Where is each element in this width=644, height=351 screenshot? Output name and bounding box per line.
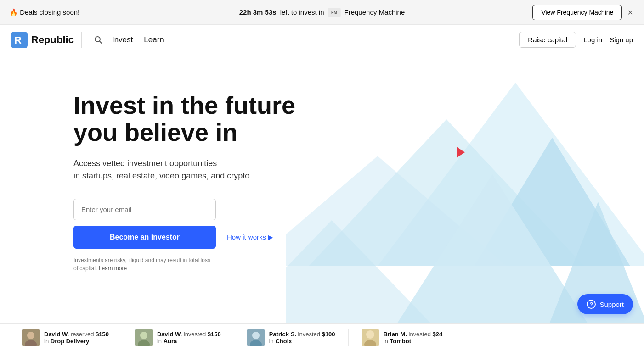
ticker-item-4: Brian M. invested $24 in Tombot: [349, 329, 456, 346]
red-flag-icon: [457, 147, 465, 158]
svg-marker-8: [387, 174, 598, 330]
raise-capital-button[interactable]: Raise capital: [519, 32, 576, 48]
hero-headline-line2: you believe in: [73, 118, 237, 146]
search-button[interactable]: [91, 33, 106, 47]
cta-row: Become an investor How it works ▶: [73, 226, 340, 249]
nav-right: Raise capital Log in Sign up: [519, 32, 633, 48]
ticker-text-2: David W. invested $150 in Aura: [157, 331, 221, 345]
svg-point-12: [27, 332, 34, 339]
svg-marker-6: [474, 138, 630, 266]
ticker-avatar-4: [362, 329, 379, 346]
hero-text-block: Invest in the future you believe in Acce…: [73, 92, 340, 273]
republic-logo[interactable]: R Republic: [11, 32, 82, 48]
fm-logo-small: FM: [328, 8, 341, 17]
countdown-timer: 22h 3m 53s: [239, 8, 277, 16]
support-question-icon: ?: [587, 300, 596, 309]
svg-marker-4: [378, 83, 644, 266]
banner-close-button[interactable]: ×: [627, 8, 633, 17]
banner-deals-text: 🔥 Deals closing soon!: [9, 8, 79, 17]
nav-learn-link[interactable]: Learn: [139, 33, 168, 47]
nav-left: R Republic Invest Learn: [11, 32, 169, 48]
login-button[interactable]: Log in: [583, 36, 602, 44]
banner-center: 22h 3m 53s left to invest in FM Frequenc…: [239, 8, 405, 17]
hero-section: Invest in the future you believe in Acce…: [0, 55, 644, 330]
hero-headline-line1: Invest in the future: [73, 91, 295, 119]
activity-ticker: David W. reserved $150 in Drop Delivery …: [0, 323, 644, 351]
svg-text:R: R: [14, 34, 22, 46]
fire-emoji: 🔥 Deals closing soon!: [9, 8, 79, 17]
signup-button[interactable]: Sign up: [610, 36, 633, 44]
search-icon: [94, 35, 103, 45]
nav-links: Invest Learn: [91, 33, 169, 47]
svg-line-3: [100, 41, 102, 44]
hero-subtitle: Access vetted investment opportunities i…: [73, 157, 340, 182]
ticker-avatar-2: [135, 329, 153, 346]
hero-headline: Invest in the future you believe in: [73, 92, 340, 146]
svg-point-21: [366, 330, 374, 339]
disclaimer-text: Investments are risky, illiquid and may …: [73, 256, 216, 273]
learn-more-link[interactable]: Learn more: [99, 265, 127, 272]
how-it-works-text: How it works: [227, 233, 266, 241]
svg-point-15: [140, 332, 147, 339]
nav-invest-link[interactable]: Invest: [107, 33, 137, 47]
how-it-works-arrow: ▶: [268, 233, 273, 241]
view-frequency-machine-button[interactable]: View Frequency Machine: [532, 5, 622, 20]
svg-marker-5: [309, 119, 584, 266]
ticker-text-3: Patrick S. invested $100 in Choix: [269, 331, 335, 345]
hero-subtitle-line1: Access vetted investment opportunities: [73, 159, 217, 168]
ticker-text-1: David W. reserved $150 in Drop Delivery: [44, 331, 109, 345]
support-button[interactable]: ? Support: [577, 294, 633, 314]
left-to-invest-text: left to invest in: [280, 8, 324, 16]
email-input[interactable]: [73, 199, 216, 220]
ticker-text-4: Brian M. invested $24 in Tombot: [384, 331, 443, 345]
navbar: R Republic Invest Learn Raise capital Lo…: [0, 25, 644, 55]
ticker-item-1: David W. reserved $150 in Drop Delivery: [9, 329, 122, 346]
how-it-works-link[interactable]: How it works ▶: [227, 233, 273, 241]
ticker-item-2: David W. invested $150 in Aura: [122, 329, 234, 346]
svg-point-2: [95, 37, 100, 42]
ticker-avatar-3: [247, 329, 265, 346]
deals-banner: 🔥 Deals closing soon! 22h 3m 53s left to…: [0, 0, 644, 25]
ticker-avatar-1: [22, 329, 40, 346]
become-investor-button[interactable]: Become an investor: [73, 226, 216, 249]
hero-subtitle-line2: in startups, real estate, video games, a…: [73, 171, 252, 180]
banner-right: View Frequency Machine ×: [532, 5, 633, 20]
banner-company-name: Frequency Machine: [345, 8, 405, 16]
republic-logo-text: Republic: [31, 34, 74, 46]
svg-point-18: [252, 332, 260, 339]
ticker-item-3: Patrick S. invested $100 in Choix: [234, 329, 349, 346]
support-label: Support: [599, 301, 624, 308]
republic-r-icon: R: [11, 32, 28, 48]
